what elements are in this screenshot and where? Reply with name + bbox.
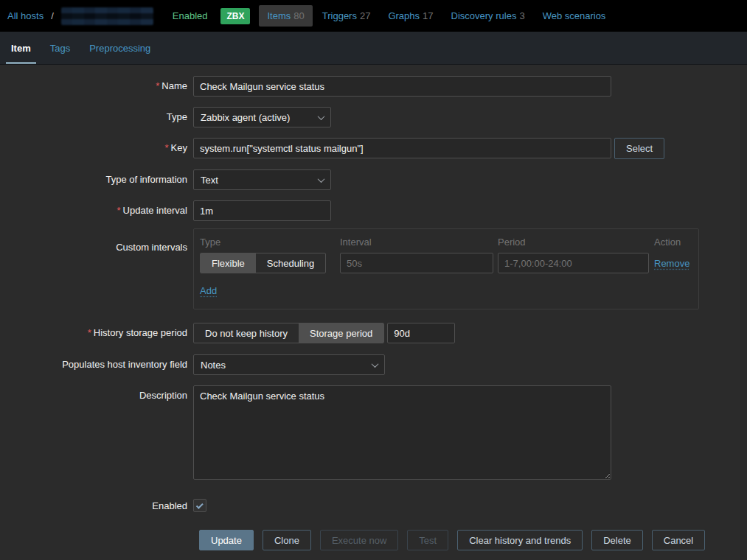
chevron-down-icon xyxy=(318,113,325,120)
type-select-value: Zabbix agent (active) xyxy=(201,112,290,123)
chevron-down-icon xyxy=(318,175,325,183)
update-button[interactable]: Update xyxy=(199,530,254,550)
type-row: Type Zabbix agent (active) xyxy=(0,107,747,127)
description-textarea[interactable] xyxy=(193,385,611,480)
inventory-field-label: Populates host inventory field xyxy=(0,354,193,375)
inventory-field-select[interactable]: Notes xyxy=(193,354,385,375)
history-storage-period-row: *History storage period Do not keep hist… xyxy=(0,323,747,343)
update-interval-label: *Update interval xyxy=(0,200,193,221)
column-header-interval: Interval xyxy=(340,237,498,248)
type-of-information-row: Type of information Text xyxy=(0,169,747,190)
nav-graphs-count: 17 xyxy=(423,10,433,21)
column-header-period: Period xyxy=(498,237,654,248)
enabled-label-text: Enabled xyxy=(152,500,187,511)
type-label: Type xyxy=(0,107,193,127)
add-interval-link[interactable]: Add xyxy=(200,285,217,296)
nav-graphs-label: Graphs xyxy=(388,10,420,21)
name-row: *Name xyxy=(0,76,747,97)
key-label: *Key xyxy=(0,138,193,159)
name-label: *Name xyxy=(0,76,193,97)
nav-triggers-count: 27 xyxy=(360,10,370,21)
type-label-text: Type xyxy=(167,111,187,122)
custom-intervals-panel: Type Interval Period Action Flexible Sch… xyxy=(193,228,699,309)
custom-interval-input[interactable] xyxy=(340,253,493,273)
nav-items-count: 80 xyxy=(293,10,304,21)
execute-now-button[interactable]: Execute now xyxy=(320,530,398,550)
host-subnav: Items80 Triggers27 Graphs17 Discovery ru… xyxy=(259,5,615,27)
key-row: *Key Select xyxy=(0,138,747,159)
item-tab-bar: Item Tags Preprocessing xyxy=(0,32,747,65)
clear-history-and-trends-button[interactable]: Clear history and trends xyxy=(457,530,583,550)
nav-graphs[interactable]: Graphs17 xyxy=(380,5,441,27)
type-select[interactable]: Zabbix agent (active) xyxy=(193,107,331,127)
custom-interval-row: Flexible Scheduling Remove xyxy=(200,253,692,273)
key-input[interactable] xyxy=(193,138,611,158)
item-form: *Name Type Zabbix agent (active) *Key Se… xyxy=(0,65,747,550)
cancel-button[interactable]: Cancel xyxy=(652,530,705,550)
description-label: Description xyxy=(0,385,193,480)
zbx-agent-badge: ZBX xyxy=(220,8,250,24)
remove-interval-link[interactable]: Remove xyxy=(654,258,689,269)
interval-type-flexible[interactable]: Flexible xyxy=(201,253,256,273)
interval-type-segmented: Flexible Scheduling xyxy=(200,253,326,273)
type-of-information-select[interactable]: Text xyxy=(193,169,331,190)
breadcrumb-all-hosts[interactable]: All hosts xyxy=(7,10,44,21)
history-storage-period-label-text: History storage period xyxy=(94,327,187,338)
update-interval-input[interactable] xyxy=(193,200,331,221)
nav-web-scenarios-label: Web scenarios xyxy=(543,10,606,21)
nav-discovery-rules-label: Discovery rules xyxy=(451,10,517,21)
host-navigation-bar: All hosts / Enabled ZBX Items80 Triggers… xyxy=(0,0,747,32)
delete-button[interactable]: Delete xyxy=(591,530,643,550)
custom-intervals-label: Custom intervals xyxy=(0,233,193,309)
required-marker: * xyxy=(88,327,91,338)
custom-period-input[interactable] xyxy=(498,253,649,273)
nav-discovery-rules-count: 3 xyxy=(519,10,524,21)
history-storage-period-label: *History storage period xyxy=(0,323,193,343)
update-interval-label-text: Update interval xyxy=(123,205,187,216)
host-status-enabled[interactable]: Enabled xyxy=(173,10,208,21)
enabled-checkbox[interactable] xyxy=(193,499,206,512)
form-footer-buttons: Update Clone Execute now Test Clear hist… xyxy=(199,530,747,550)
clone-button[interactable]: Clone xyxy=(263,530,311,550)
redacted-host-name xyxy=(61,7,153,25)
nav-triggers[interactable]: Triggers27 xyxy=(314,5,379,27)
inventory-field-row: Populates host inventory field Notes xyxy=(0,354,747,375)
enabled-label: Enabled xyxy=(0,497,193,512)
nav-triggers-label: Triggers xyxy=(322,10,357,21)
column-header-type: Type xyxy=(200,237,340,248)
nav-discovery-rules[interactable]: Discovery rules3 xyxy=(443,5,533,27)
type-of-information-label-text: Type of information xyxy=(105,174,187,185)
required-marker: * xyxy=(117,205,120,216)
type-of-information-value: Text xyxy=(201,175,218,186)
custom-intervals-row: Custom intervals Type Interval Period Ac… xyxy=(0,233,747,309)
breadcrumb-separator: / xyxy=(51,10,54,21)
required-marker: * xyxy=(156,80,159,91)
check-icon xyxy=(195,501,203,508)
history-storage-period-input[interactable] xyxy=(387,323,455,343)
type-of-information-label: Type of information xyxy=(0,169,193,190)
history-mode-segmented: Do not keep history Storage period xyxy=(193,323,384,343)
key-label-text: Key xyxy=(171,142,187,153)
name-input[interactable] xyxy=(193,76,611,97)
name-label-text: Name xyxy=(161,80,187,91)
tab-preprocessing[interactable]: Preprocessing xyxy=(84,32,156,64)
enabled-row: Enabled xyxy=(0,497,747,512)
inventory-field-value: Notes xyxy=(201,360,226,371)
chevron-down-icon xyxy=(372,360,379,368)
nav-web-scenarios[interactable]: Web scenarios xyxy=(535,5,614,27)
update-interval-row: *Update interval xyxy=(0,200,747,221)
nav-items-label: Items xyxy=(267,10,291,21)
interval-type-scheduling[interactable]: Scheduling xyxy=(256,253,325,273)
description-label-text: Description xyxy=(139,390,187,401)
tab-tags[interactable]: Tags xyxy=(45,32,75,64)
tab-item[interactable]: Item xyxy=(6,32,36,64)
history-storage-period-option[interactable]: Storage period xyxy=(299,323,383,343)
nav-items[interactable]: Items80 xyxy=(259,5,312,27)
custom-intervals-header: Type Interval Period Action xyxy=(200,237,692,248)
history-do-not-keep-option[interactable]: Do not keep history xyxy=(194,323,299,343)
column-header-action: Action xyxy=(654,237,692,248)
required-marker: * xyxy=(165,142,169,153)
inventory-field-label-text: Populates host inventory field xyxy=(62,359,187,370)
key-select-button[interactable]: Select xyxy=(614,138,664,159)
test-button[interactable]: Test xyxy=(407,530,448,550)
